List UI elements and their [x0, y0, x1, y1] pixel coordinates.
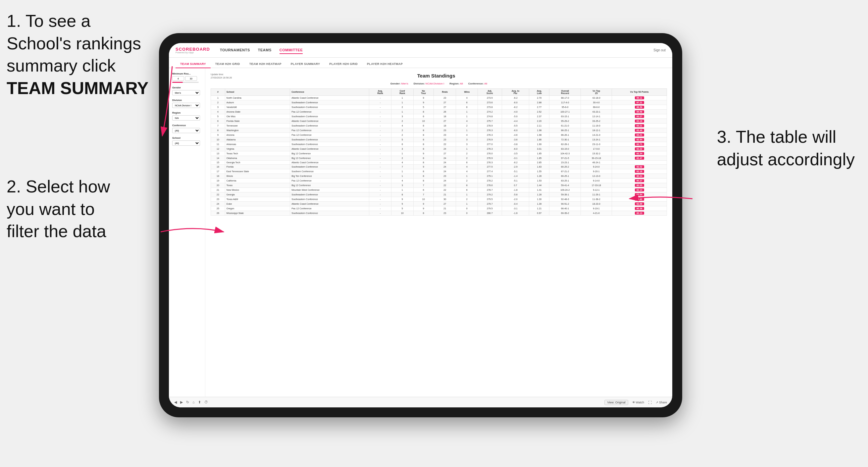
nav-committee[interactable]: COMMITTEE — [280, 47, 303, 54]
table-cell: Auburn — [225, 100, 290, 105]
table-cell: 4 — [391, 160, 413, 164]
table-cell: 23 — [434, 95, 456, 100]
col-avg-par: Avg. toPar — [502, 88, 529, 95]
table-row: 1North CarolinaAtlantic Coast Conference… — [211, 95, 667, 100]
table-row: 16FloridaSoutheastern Conference-7924427… — [211, 164, 667, 169]
table-cell: 11-38-2 — [581, 197, 612, 201]
table-cell: 82.34 — [612, 151, 667, 156]
table-cell: 86.58 — [612, 105, 667, 109]
table-cell: 6 — [413, 114, 434, 119]
table-cell: Mountain West Conference — [290, 187, 369, 192]
table-cell: Texas — [225, 183, 290, 187]
back-icon[interactable]: ◀ — [174, 400, 177, 404]
table-cell: Oklahoma — [225, 156, 290, 160]
col-avg-low: Avg.Low — [529, 88, 550, 95]
tab-team-h2h-heatmap[interactable]: TEAM H2H HEATMAP — [245, 60, 286, 68]
table-cell — [612, 160, 667, 164]
sign-out[interactable]: Sign out — [653, 49, 665, 52]
table-cell: 8 — [413, 109, 434, 114]
instruction-step3: 3. The table will adjust accordingly — [717, 126, 855, 170]
table-cell: 6 — [413, 187, 434, 192]
share-icon-toolbar[interactable]: ⬆ — [198, 400, 201, 404]
table-cell: 18-23-0 — [581, 201, 612, 206]
table-cell: 9-14-0 — [581, 178, 612, 183]
table-cell: 27 — [434, 105, 456, 109]
table-cell: 42-18-0 — [581, 95, 612, 100]
table-cell: 8 — [413, 174, 434, 178]
table-cell: - — [369, 178, 392, 183]
table-cell: 2 — [391, 105, 413, 109]
table-cell: 4 — [391, 178, 413, 183]
home-icon[interactable]: ⌂ — [192, 400, 195, 404]
table-cell: 1.90 — [529, 142, 550, 146]
table-cell: 2 — [211, 100, 225, 105]
tab-team-h2h-grid[interactable]: TEAM H2H GRID — [211, 60, 245, 68]
table-cell: Pac-12 Conference — [290, 132, 369, 137]
table-cell: 9 — [413, 206, 434, 211]
table-cell: 1 — [391, 151, 413, 156]
watch-button[interactable]: 👁 Watch — [632, 401, 644, 404]
reload-icon[interactable]: ↻ — [186, 400, 189, 404]
table-cell: -3.1 — [502, 206, 529, 211]
table-cell: 30-4-0 — [581, 100, 612, 105]
logo-area: SCOREBOARD Powered by clippi — [176, 47, 210, 54]
nav-tournaments[interactable]: TOURNAMENTS — [220, 47, 250, 54]
table-cell: -3.8 — [502, 142, 529, 146]
table-cell: 1 — [391, 109, 413, 114]
filter-division: Division: NCAA Division I — [414, 82, 444, 85]
table-cell: 12-14-1 — [581, 114, 612, 119]
table-cell: Mississippi State — [225, 211, 290, 215]
table-cell: 279.7 — [477, 201, 502, 206]
table-cell: 4 — [456, 119, 477, 123]
table-cell: 23 — [211, 197, 225, 201]
table-cell: -6.0 — [502, 100, 529, 105]
table-cell: 109-24-2 — [550, 187, 581, 192]
table-cell: Pac-12 Conference — [290, 109, 369, 114]
table-cell: 83-15-0 — [550, 146, 581, 151]
table-cell: 1 — [456, 192, 477, 197]
table-cell: - — [369, 169, 392, 174]
table-cell: 27 — [434, 151, 456, 156]
table-row: 4Arizona StatePac-12 Conference-18261274… — [211, 109, 667, 114]
table-row: 22GeorgiaSoutheastern Conference-8721127… — [211, 192, 667, 197]
expand-icon[interactable]: ⛶ — [648, 400, 652, 404]
share-button[interactable]: ↗ Share — [656, 401, 667, 404]
table-cell: 6 — [456, 187, 477, 192]
table-cell: 8 — [456, 183, 477, 187]
table-cell: 7 — [413, 192, 434, 197]
table-cell: -5.5 — [502, 123, 529, 128]
clock-icon[interactable]: ⏱ — [204, 400, 208, 404]
table-cell: 1.63 — [529, 164, 550, 169]
table-cell: Southeastern Conference — [290, 114, 369, 119]
school-select[interactable]: (All) — [172, 141, 200, 146]
table-cell: Georgia Tech — [225, 160, 290, 164]
forward-icon[interactable]: ▶ — [180, 400, 183, 404]
table-cell: 23 — [434, 174, 456, 178]
table-cell: 1.53 — [529, 178, 550, 183]
table-cell: 7 — [211, 123, 225, 128]
nav-teams[interactable]: TEAMS — [258, 47, 272, 54]
table-cell: 3 — [211, 105, 225, 109]
table-cell: Atlantic Coast Conference — [290, 201, 369, 206]
table-cell: 82.16 — [612, 169, 667, 174]
table-cell: - — [369, 164, 392, 169]
tab-player-summary[interactable]: PLAYER SUMMARY — [286, 60, 325, 68]
view-original-button[interactable]: View: Original — [604, 400, 628, 405]
table-cell: 4 — [391, 123, 413, 128]
tab-player-h2h-grid[interactable]: PLAYER H2H GRID — [324, 60, 362, 68]
table-cell: 23-11-0 — [581, 142, 612, 146]
table-cell: - — [369, 95, 392, 100]
toolbar-left: ◀ ▶ ↻ ⌂ ⬆ ⏱ — [174, 400, 208, 404]
table-cell: 8 — [413, 160, 434, 164]
table-cell: 6 — [211, 119, 225, 123]
tab-player-h2h-heatmap[interactable]: PLAYER H2H HEATMAP — [362, 60, 407, 68]
table-cell: 274.2 — [477, 109, 502, 114]
col-vs-top25: Vs Top25 — [581, 88, 612, 95]
standings-table: # School Conference Avg.Rank ConfRank No… — [211, 88, 667, 216]
table-cell: 278.7 — [477, 187, 502, 192]
table-cell: 27 — [434, 100, 456, 105]
table-cell: 60-39-2 — [550, 211, 581, 215]
table-cell: 83.21 — [612, 132, 667, 137]
table-row: 21New MexicoMountain West Conference-162… — [211, 187, 667, 192]
table-cell: 8 — [413, 178, 434, 183]
